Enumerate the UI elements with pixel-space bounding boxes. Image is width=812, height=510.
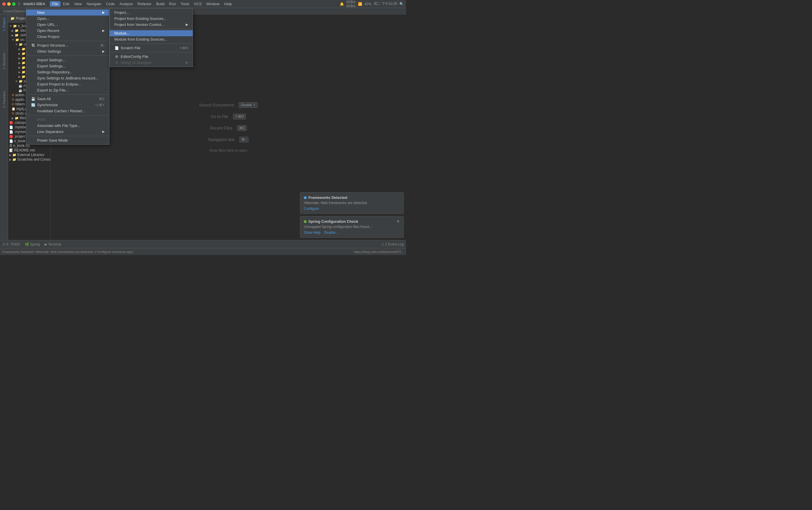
infobar: Frameworks Detected: Hibernate, Web fram… [0, 248, 406, 255]
tab-structure[interactable]: 2: Structure [1, 51, 7, 72]
menu-analyze[interactable]: Analyze [117, 1, 135, 7]
menu-file[interactable]: File [50, 1, 60, 7]
project-panel-title: Project [16, 17, 27, 21]
menu-close-project[interactable]: Close Project [26, 34, 109, 40]
menu-vcs[interactable]: VCS [192, 1, 204, 7]
terminal-label: Terminal [48, 242, 61, 246]
menu-code[interactable]: Code [104, 1, 117, 7]
apple-menu[interactable]:  [19, 1, 20, 6]
tree-item[interactable]: 📝README.md [8, 148, 50, 153]
frameworks-body: Hibernate, Web frameworks are detected. [304, 201, 400, 205]
battery-level: 42% [365, 2, 372, 6]
terminal-icon: ▶ [45, 242, 47, 246]
search-everywhere-shortcut: Double ⇧ [239, 102, 257, 108]
menu-refactor[interactable]: Refactor [135, 1, 154, 7]
network-speed: 0KB/s0KB/s [346, 0, 356, 8]
menu-export-settings[interactable]: Export Settings... [26, 63, 109, 69]
separator [110, 29, 193, 29]
new-project-existing[interactable]: Project from Existing Sources... [110, 16, 193, 22]
menu-view[interactable]: View [72, 1, 84, 7]
new-project-vcs[interactable]: Project from Version Control... ▶ [110, 22, 193, 28]
new-swing-designer: ⚙ Swing UI Designer ▶ [110, 60, 193, 66]
scratch-icon: 📄 [114, 46, 119, 50]
minimize-button[interactable] [7, 2, 11, 6]
menu-other-settings[interactable]: Other Settings ▶ [26, 48, 109, 54]
todo-tab[interactable]: ☑ 6: TODO [2, 242, 20, 246]
event-log[interactable]: ⚠ 2 Event Log [381, 242, 404, 246]
menu-save-all[interactable]: 💾 Save All ⌘S [26, 96, 109, 102]
search-everywhere-label: Search Everywhere [199, 103, 234, 107]
tree-item[interactable]: ▶📁Scratches and Consoles [8, 157, 50, 162]
menu-open[interactable]: Open... [26, 16, 109, 22]
separator [26, 56, 109, 56]
new-arrow: ▶ [102, 11, 105, 14]
tab-project[interactable]: 1: Project [1, 16, 7, 33]
new-module[interactable]: Module... [110, 30, 193, 36]
menu-export-eclipse[interactable]: Export Project to Eclipse... [26, 81, 109, 87]
menu-power-save-mode[interactable]: Power Save Mode [26, 137, 109, 143]
datetime: 周二 下午10:28 [374, 1, 397, 6]
menu-sync-settings[interactable]: Sync Settings to JetBrains Account... [26, 75, 109, 81]
nav-bar-label: Navigation Bar [208, 137, 235, 142]
disable-link[interactable]: Disable... [324, 231, 338, 235]
menu-export-zip[interactable]: Export to Zip File... [26, 87, 109, 93]
menu-associate-file-type[interactable]: Associate with File Type... [26, 123, 109, 129]
menu-import-settings[interactable]: Import Settings... [26, 57, 109, 63]
sidebar-tabs: 1: Project 2: Structure 2: Favorites [0, 14, 8, 240]
menu-synchronize[interactable]: 🔄 Synchronize ⌥⌘Y [26, 102, 109, 108]
expand-icon[interactable]: ▼ [396, 219, 400, 223]
new-scratch-file[interactable]: 📄 Scratch File ⇧⌘N [110, 45, 193, 51]
file-menu-dropdown: New ▶ Open... Open URL... Open Recent ▶ … [26, 8, 109, 145]
spring-title: Spring Configuration Check [309, 219, 358, 223]
drop-files-hint: Drop files here to open [209, 148, 248, 153]
maximize-button[interactable] [12, 2, 16, 6]
new-label: New [37, 10, 45, 15]
spring-body: Unmapped Spring configuration files foun… [304, 225, 400, 229]
spring-dot [304, 220, 307, 223]
menu-invalidate-caches[interactable]: Invalidate Caches / Restart... [26, 108, 109, 114]
separator [26, 94, 109, 95]
recent-files-row: Recent Files ⌘E [210, 125, 247, 131]
menu-open-url[interactable]: Open URL... [26, 22, 109, 28]
menu-window[interactable]: Window [204, 1, 222, 7]
new-project[interactable]: Project... [110, 9, 193, 16]
configure-link[interactable]: Configure [304, 207, 319, 211]
menu-help[interactable]: Help [222, 1, 234, 7]
spring-notification: Spring Configuration Check ▼ Unmapped Sp… [300, 216, 404, 238]
menu-edit[interactable]: Edit [60, 1, 71, 7]
separator [26, 41, 109, 41]
menu-new[interactable]: New ▶ [26, 9, 109, 16]
menu-line-separators[interactable]: Line Separators ▶ [26, 129, 109, 135]
menu-run[interactable]: Run [167, 1, 178, 7]
separator [26, 136, 109, 136]
menu-open-recent[interactable]: Open Recent ▶ [26, 28, 109, 34]
new-editorconfig[interactable]: ⚙ EditorConfig File [110, 54, 193, 60]
show-help-link[interactable]: Show Help [304, 231, 320, 235]
menu-print: Print... [26, 117, 109, 123]
terminal-tab[interactable]: ▶ Terminal [45, 242, 61, 246]
menu-settings-repository[interactable]: Settings Repository... [26, 69, 109, 75]
frameworks-title: Frameworks Detected [309, 196, 347, 200]
search-icon[interactable]: 🔍 [399, 2, 404, 6]
spring-header: Spring Configuration Check ▼ [304, 219, 400, 223]
todo-label: 6: TODO [6, 242, 20, 246]
close-button[interactable] [2, 2, 6, 6]
recent-files-shortcut: ⌘E [237, 125, 247, 131]
tree-item[interactable]: ▶📁External Libraries [8, 153, 50, 157]
info-url[interactable]: https://blog.csdn.net/Diamond072... [354, 250, 404, 253]
menu-project-structure[interactable]: 🏗 Project Structure... ⌘; [26, 42, 109, 48]
spring-icon: 🌿 [25, 242, 29, 246]
menu-navigate[interactable]: Navigate [84, 1, 104, 7]
menu-build[interactable]: Build [154, 1, 167, 7]
traffic-lights [2, 2, 16, 6]
search-everywhere-row: Search Everywhere Double ⇧ [199, 102, 258, 108]
spring-status-label: Spring [30, 242, 40, 246]
event-count: ⚠ 2 [381, 242, 387, 246]
nav-bar-shortcut: ⌘↑ [239, 137, 249, 143]
tab-favorites[interactable]: 2: Favorites [1, 89, 7, 110]
spring-tab[interactable]: 🌿 Spring [25, 242, 40, 246]
new-module-existing[interactable]: Module from Existing Sources... [110, 36, 193, 42]
module-label: Module... [114, 31, 129, 35]
menu-tools[interactable]: Tools [178, 1, 192, 7]
frameworks-header: Frameworks Detected [304, 196, 400, 200]
